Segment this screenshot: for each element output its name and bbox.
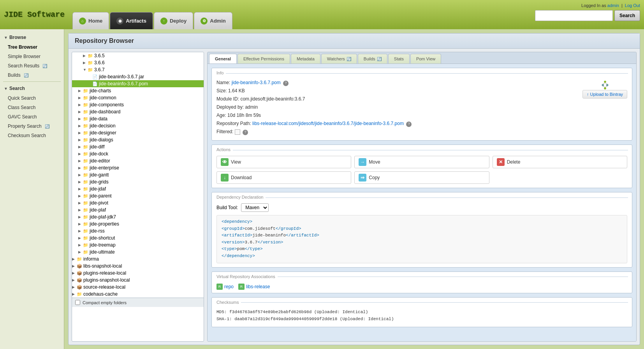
tree-item[interactable]: ▶📁jide-treemap: [72, 241, 204, 249]
tree-item[interactable]: ▶📁jide-enterprise: [72, 164, 204, 171]
header-search-button[interactable]: Search: [614, 10, 640, 21]
sidebar-item-simple-browser[interactable]: Simple Browser: [0, 52, 64, 61]
sidebar-item-tree-browser[interactable]: Tree Browser: [0, 42, 64, 52]
tree-item[interactable]: ▶📦libs-snapshot-local: [72, 263, 204, 270]
sidebar-item-gavc-search[interactable]: GAVC Search: [0, 112, 64, 122]
tree-item-label: plugins-release-local: [83, 270, 126, 276]
sidebar-item-builds[interactable]: Builds🔄: [0, 71, 64, 80]
tree-item-label: jide-data: [90, 116, 107, 122]
action-btn-move[interactable]: →Move: [354, 156, 489, 168]
tree-item[interactable]: ▶📁jide-pivot: [72, 199, 204, 206]
virtual-repo-section: Virtual Repository Associations RrepoRli…: [211, 271, 632, 293]
sidebar-item-property-search[interactable]: Property Search🔄: [0, 122, 64, 131]
tree-item[interactable]: ▶📁jide-dialogs: [72, 136, 204, 143]
action-btn-view[interactable]: 👁View: [216, 156, 351, 168]
tree-item[interactable]: ▶📁jide-common: [72, 94, 204, 101]
name-link[interactable]: jide-beaninfo-3.6.7.pom: [232, 80, 281, 85]
nav-tab-home[interactable]: ⌂Home: [72, 12, 109, 29]
tree-item[interactable]: ▶📁jide-data: [72, 115, 204, 122]
repo-path-link[interactable]: libs-release-local:com/jidesoft/jide-bea…: [252, 121, 404, 126]
detail-tab-general[interactable]: General: [209, 54, 237, 63]
detail-tab-builds[interactable]: Builds🔄: [358, 54, 387, 63]
logout-link[interactable]: Log Out: [625, 3, 640, 8]
actions-section-legend: Actions: [212, 145, 632, 152]
tree-item[interactable]: 📄jide-beaninfo-3.6.7.pom: [72, 80, 204, 87]
logo: JIDE Software: [4, 10, 65, 19]
sidebar-item-quick-search[interactable]: Quick Search: [0, 93, 64, 103]
tree-item[interactable]: ▶📦source-release-local: [72, 284, 204, 291]
tree-item[interactable]: ▶📁jide-ultimate: [72, 249, 204, 256]
sidebar-item-search-results[interactable]: Search Results🔄: [0, 61, 64, 71]
nav-tab-admin[interactable]: ⚙Admin: [194, 12, 232, 29]
size-label: Size:: [216, 88, 227, 93]
build-tool-select[interactable]: MavenGradleIvySBT: [241, 203, 269, 212]
name-help-icon[interactable]: ?: [283, 81, 289, 86]
tree-item[interactable]: ▶📁jide-diff: [72, 143, 204, 150]
compact-folders-checkbox[interactable]: [75, 300, 80, 305]
tree-item[interactable]: ▶📦plugins-release-local: [72, 270, 204, 277]
actions-section-body: 👁View→Move✕Delete↓Download⇒Copy: [212, 153, 632, 188]
tree-item[interactable]: ▶📁jide-parent: [72, 192, 204, 199]
repo-path-help-icon[interactable]: ?: [406, 122, 412, 127]
detail-tab-metadata[interactable]: Metadata: [291, 54, 320, 63]
tree-item[interactable]: ▶📁jide-dashboard: [72, 108, 204, 115]
info-section-body: Name: jide-beaninfo-3.6.7.pom ? Size: 1.…: [212, 77, 632, 140]
tree-item[interactable]: ▶📁informa: [72, 256, 204, 263]
tree-item[interactable]: ▶📁3.6.5: [72, 52, 204, 59]
detail-tab-stats[interactable]: Stats: [388, 54, 410, 63]
sidebar-label-class-search: Class Search: [8, 105, 35, 110]
detail-tab-label-metadata: Metadata: [297, 56, 315, 61]
tree-item[interactable]: ▶📁jide-shortcut: [72, 234, 204, 241]
tree-item[interactable]: ▶📁jide-grids: [72, 178, 204, 185]
tree-item[interactable]: ▶📁jide-plaf-jdk7: [72, 213, 204, 220]
tree-item[interactable]: 📄jide-beaninfo-3.6.7.jar: [72, 73, 204, 80]
tree-item[interactable]: ▼📁3.6.7: [72, 66, 204, 73]
sidebar-item-checksum-search[interactable]: Checksum Search: [0, 131, 64, 140]
tree-item[interactable]: ▶📁jide-rss: [72, 227, 204, 234]
tree-item[interactable]: ▶📁jide-plaf: [72, 206, 204, 213]
virtual-repo-link-libs-release[interactable]: Rlibs-release: [238, 284, 270, 290]
search-items: Quick SearchClass SearchGAVC SearchPrope…: [0, 93, 64, 140]
sidebar-spinner-property-search: 🔄: [45, 124, 49, 129]
tree-item[interactable]: ▶📁jide-dock: [72, 150, 204, 157]
virtual-repo-link-repo[interactable]: Rrepo: [216, 284, 234, 290]
search-section-header[interactable]: ▼ Search: [0, 83, 64, 93]
detail-tab-pom-view[interactable]: Pom View: [410, 54, 441, 63]
admin-link[interactable]: admin: [607, 3, 619, 8]
upload-to-bintray-button[interactable]: ↑ Upload to Bintray: [582, 90, 627, 99]
nav-tab-deploy[interactable]: ↑Deploy: [154, 12, 193, 29]
nav-tab-artifacts[interactable]: ◉Artifacts: [110, 12, 153, 29]
tree-item[interactable]: ▶📁jide-editor: [72, 157, 204, 164]
action-icon-download: ↓: [221, 174, 229, 182]
logo-jide: JIDE: [4, 10, 23, 19]
tree-expand-icon: ▶: [78, 215, 83, 219]
action-btn-delete[interactable]: ✕Delete: [493, 156, 627, 168]
detail-tab-watchers[interactable]: Watchers🔄: [321, 54, 357, 63]
tree-item[interactable]: ▶📦plugins-snapshot-local: [72, 277, 204, 284]
tree-item[interactable]: ▶📁jide-components: [72, 101, 204, 108]
action-btn-copy[interactable]: ⇒Copy: [354, 171, 489, 184]
nav-tab-icon-deploy: ↑: [160, 18, 167, 25]
folder-icon: 📁: [88, 53, 93, 58]
action-btn-download[interactable]: ↓Download: [216, 171, 351, 184]
filtered-help-icon[interactable]: ?: [243, 130, 248, 135]
detail-tab-label-watchers: Watchers: [327, 56, 345, 61]
tree-item[interactable]: ▶📁jide-charts: [72, 87, 204, 94]
tree-item[interactable]: ▶📁jide-jdaf: [72, 185, 204, 192]
pom-file-icon: 📄: [92, 81, 98, 86]
detail-tab-effective-permissions[interactable]: Effective Permissions: [238, 54, 290, 63]
sidebar-item-class-search[interactable]: Class Search: [0, 103, 64, 112]
tree-expand-icon: ▶: [78, 208, 83, 212]
tree-item[interactable]: ▶📁jide-gantt: [72, 171, 204, 178]
header-search-input[interactable]: [535, 10, 613, 21]
filtered-checkbox[interactable]: [235, 129, 240, 135]
tree-item[interactable]: ▶📁jide-decision: [72, 122, 204, 129]
tree-item[interactable]: ▶📁jide-designer: [72, 129, 204, 136]
detail-tab-label-stats: Stats: [394, 56, 404, 61]
browse-section-header[interactable]: ▼ Browse: [0, 32, 64, 42]
tree-item[interactable]: ▶📁codehaus-cache: [72, 291, 204, 298]
tree-item[interactable]: ▶📁3.6.6: [72, 59, 204, 66]
folder-icon: 📁: [83, 123, 88, 129]
tree-item[interactable]: ▶📁jide-properties: [72, 220, 204, 227]
tree-item-label: jide-plaf-jdk7: [90, 214, 116, 220]
